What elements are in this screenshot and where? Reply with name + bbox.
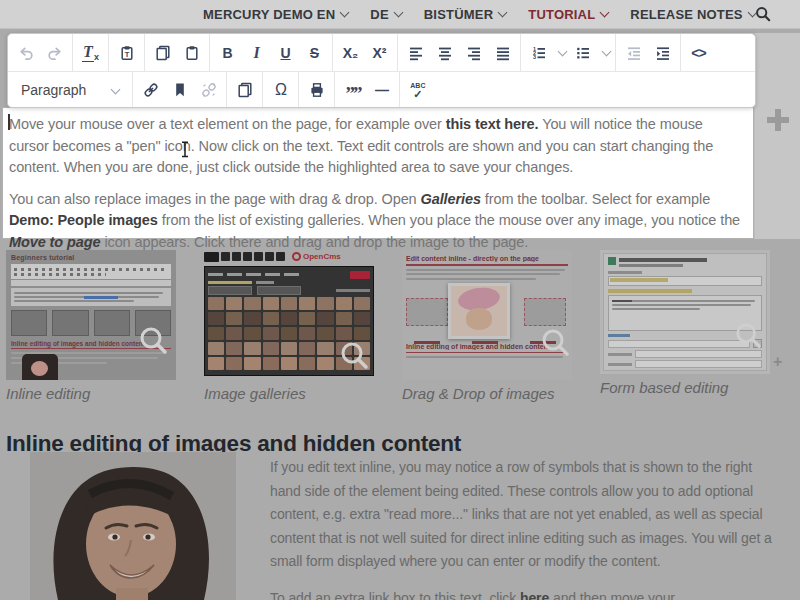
top-navigation-bar: MERCURY DEMO ENDEBISTÜMERTUTORIALRELEASE… — [0, 0, 800, 29]
spellcheck-icon: ABC✓ — [410, 80, 425, 99]
section-paragraph: To add an extra link box to this text, c… — [270, 587, 772, 600]
undo-button[interactable] — [11, 39, 40, 66]
thumb-toolbar-row2 — [11, 280, 171, 286]
copy-page-button[interactable] — [230, 76, 259, 103]
text-run: If you edit text inline, you may notice … — [270, 459, 772, 569]
subscript-button[interactable]: X₂ — [336, 39, 365, 66]
paste-as-text-icon: T — [119, 45, 135, 61]
thumb-toolbar — [11, 264, 171, 279]
bold-icon: B — [222, 45, 232, 61]
italic-button[interactable]: I — [242, 39, 271, 66]
thumbnail-image-galleries[interactable]: OpenCms — [204, 250, 374, 380]
face-tile — [244, 312, 260, 325]
underline-button[interactable]: U — [271, 39, 300, 66]
thumbnail-inline-editing[interactable]: Beginners tutorial Inline editing of ima… — [6, 250, 176, 380]
add-content-strip — [754, 33, 800, 239]
insert-link-button[interactable] — [136, 76, 165, 103]
toolbar-group — [299, 72, 335, 107]
align-left-icon — [408, 45, 424, 61]
toolbar-group — [227, 72, 263, 107]
strikethrough-icon: S — [310, 45, 319, 61]
outdent-icon — [626, 45, 642, 61]
bullet-list-icon — [575, 45, 591, 61]
nav-item-de[interactable]: DE — [370, 7, 401, 22]
svg-text:3: 3 — [533, 54, 536, 60]
chevron-down-icon — [393, 8, 403, 18]
clear-formatting-button[interactable]: Tx — [76, 39, 105, 66]
section-paragraph: If you edit text inline, you may notice … — [270, 456, 772, 574]
spellcheck-button[interactable]: ABC✓ — [403, 76, 432, 103]
inline-edit-text-area[interactable]: Move your mouse over a text element on t… — [2, 107, 754, 239]
nav-item-mercury-demo-en[interactable]: MERCURY DEMO EN — [203, 7, 348, 22]
figure-caption: Inline editing — [6, 385, 176, 402]
bold-button[interactable]: B — [213, 39, 242, 66]
horizontal-rule-icon: — — [375, 82, 389, 98]
face-tile — [263, 327, 279, 340]
text-run: this text here. — [446, 116, 539, 132]
text-run: icon appears. Click there and drag and d… — [100, 234, 528, 250]
figure-caption: Drag & Drop of images — [402, 385, 572, 402]
face-tile — [317, 312, 333, 325]
toolbar-group: Paragraph — [8, 72, 133, 107]
face-tile — [317, 327, 333, 340]
toolbar-group — [145, 34, 210, 71]
underline-icon: U — [280, 45, 290, 61]
paste-button[interactable] — [177, 39, 206, 66]
remove-link-button[interactable] — [194, 76, 223, 103]
align-left-button[interactable] — [401, 39, 430, 66]
special-character-button[interactable]: Ω — [266, 76, 295, 103]
blockquote-button[interactable]: ”” — [338, 72, 367, 107]
nav-item-label: MERCURY DEMO EN — [203, 7, 335, 22]
thumbnail-drag-drop[interactable]: Edit content inline - directly on the pa… — [402, 250, 572, 380]
paragraph-format-button[interactable]: Paragraph — [11, 76, 129, 103]
align-right-button[interactable] — [459, 39, 488, 66]
face-tile — [226, 297, 242, 310]
toolbar-group — [616, 34, 681, 71]
print-button[interactable] — [302, 76, 331, 103]
horizontal-rule-button[interactable]: — — [367, 76, 396, 103]
zoom-magnifier-icon — [540, 328, 570, 358]
toolbar-group — [398, 34, 521, 71]
thumbnail-form-editing[interactable] — [600, 250, 770, 374]
blockquote-icon: ”” — [345, 89, 360, 99]
undo-icon — [18, 45, 34, 61]
align-justify-button[interactable] — [488, 39, 517, 66]
nav-item-release-notes[interactable]: RELEASE NOTES — [630, 7, 755, 22]
indent-button[interactable] — [648, 39, 677, 66]
face-tile — [244, 327, 260, 340]
toolbar-group: ””— — [335, 72, 400, 107]
thumb-mini-heading: Edit content inline - directly on the pa… — [406, 255, 568, 262]
insert-link-icon — [143, 82, 159, 98]
chevron-down-icon[interactable] — [558, 47, 568, 57]
redo-button[interactable] — [40, 39, 69, 66]
main-nav-items: MERCURY DEMO ENDEBISTÜMERTUTORIALRELEASE… — [203, 0, 756, 28]
bullet-list-button[interactable] — [568, 39, 597, 66]
add-content-button[interactable] — [767, 109, 789, 131]
source-code-button[interactable]: <> — [684, 39, 713, 66]
nav-item-tutorial[interactable]: TUTORIAL — [528, 7, 608, 22]
nav-item-bist-mer[interactable]: BISTÜMER — [424, 7, 507, 22]
zoom-magnifier-icon — [339, 341, 369, 371]
numbered-list-button[interactable]: 123 — [524, 39, 553, 66]
here-link[interactable]: here — [520, 590, 549, 600]
align-center-button[interactable] — [430, 39, 459, 66]
face-tile — [336, 297, 352, 310]
gallery-dialog — [204, 266, 374, 376]
copy-button[interactable] — [148, 39, 177, 66]
face-tile — [354, 312, 370, 325]
search-button[interactable] — [755, 6, 771, 26]
superscript-button[interactable]: X² — [365, 39, 394, 66]
paste-as-text-button[interactable]: T — [112, 39, 141, 66]
edit-point-plus-icon[interactable]: + — [773, 353, 782, 371]
face-tile — [317, 297, 333, 310]
chevron-down-icon[interactable] — [602, 47, 612, 57]
anchor-button[interactable] — [165, 76, 194, 103]
numbered-list-icon: 123 — [531, 45, 547, 61]
print-icon — [309, 82, 325, 98]
outdent-button[interactable] — [619, 39, 648, 66]
strikethrough-button[interactable]: S — [300, 39, 329, 66]
text-caret — [8, 114, 10, 130]
toolbar-group — [133, 72, 227, 107]
toolbar-group: X₂X² — [333, 34, 398, 71]
subscript-icon: X₂ — [343, 45, 359, 61]
